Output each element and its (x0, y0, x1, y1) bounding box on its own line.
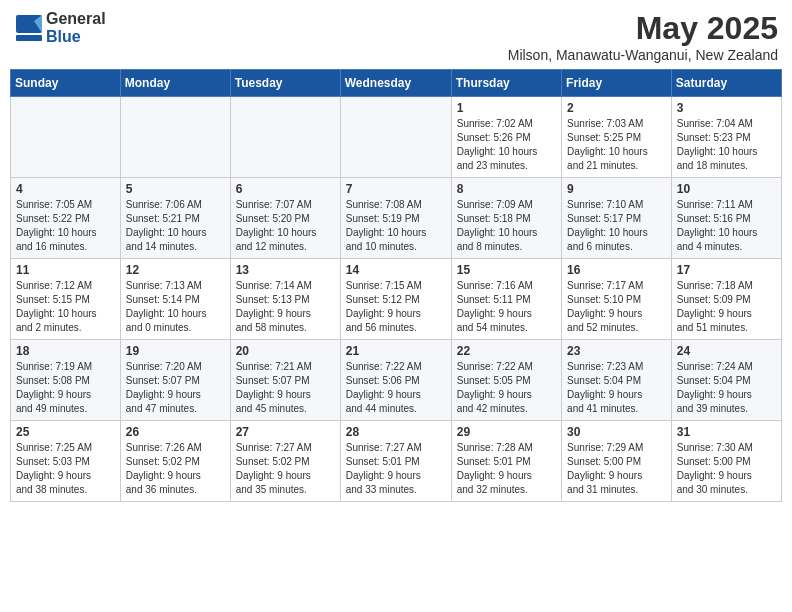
day-info: Sunrise: 7:17 AM Sunset: 5:10 PM Dayligh… (567, 279, 666, 335)
calendar-cell: 4Sunrise: 7:05 AM Sunset: 5:22 PM Daylig… (11, 178, 121, 259)
day-number: 12 (126, 263, 225, 277)
day-info: Sunrise: 7:24 AM Sunset: 5:04 PM Dayligh… (677, 360, 776, 416)
day-info: Sunrise: 7:12 AM Sunset: 5:15 PM Dayligh… (16, 279, 115, 335)
day-info: Sunrise: 7:08 AM Sunset: 5:19 PM Dayligh… (346, 198, 446, 254)
column-header-thursday: Thursday (451, 70, 561, 97)
day-info: Sunrise: 7:19 AM Sunset: 5:08 PM Dayligh… (16, 360, 115, 416)
day-number: 4 (16, 182, 115, 196)
day-info: Sunrise: 7:07 AM Sunset: 5:20 PM Dayligh… (236, 198, 335, 254)
calendar-cell: 31Sunrise: 7:30 AM Sunset: 5:00 PM Dayli… (671, 421, 781, 502)
calendar-cell: 6Sunrise: 7:07 AM Sunset: 5:20 PM Daylig… (230, 178, 340, 259)
calendar-cell: 19Sunrise: 7:20 AM Sunset: 5:07 PM Dayli… (120, 340, 230, 421)
calendar-cell: 15Sunrise: 7:16 AM Sunset: 5:11 PM Dayli… (451, 259, 561, 340)
day-number: 21 (346, 344, 446, 358)
day-info: Sunrise: 7:16 AM Sunset: 5:11 PM Dayligh… (457, 279, 556, 335)
day-info: Sunrise: 7:18 AM Sunset: 5:09 PM Dayligh… (677, 279, 776, 335)
calendar-cell (340, 97, 451, 178)
day-number: 14 (346, 263, 446, 277)
calendar-cell (11, 97, 121, 178)
calendar-cell: 8Sunrise: 7:09 AM Sunset: 5:18 PM Daylig… (451, 178, 561, 259)
day-number: 20 (236, 344, 335, 358)
day-info: Sunrise: 7:09 AM Sunset: 5:18 PM Dayligh… (457, 198, 556, 254)
day-info: Sunrise: 7:21 AM Sunset: 5:07 PM Dayligh… (236, 360, 335, 416)
calendar-cell: 21Sunrise: 7:22 AM Sunset: 5:06 PM Dayli… (340, 340, 451, 421)
day-number: 1 (457, 101, 556, 115)
day-info: Sunrise: 7:27 AM Sunset: 5:02 PM Dayligh… (236, 441, 335, 497)
calendar-cell: 20Sunrise: 7:21 AM Sunset: 5:07 PM Dayli… (230, 340, 340, 421)
calendar-cell: 26Sunrise: 7:26 AM Sunset: 5:02 PM Dayli… (120, 421, 230, 502)
calendar-cell: 25Sunrise: 7:25 AM Sunset: 5:03 PM Dayli… (11, 421, 121, 502)
location: Milson, Manawatu-Wanganui, New Zealand (508, 47, 778, 63)
day-info: Sunrise: 7:20 AM Sunset: 5:07 PM Dayligh… (126, 360, 225, 416)
day-info: Sunrise: 7:22 AM Sunset: 5:05 PM Dayligh… (457, 360, 556, 416)
calendar-cell: 30Sunrise: 7:29 AM Sunset: 5:00 PM Dayli… (562, 421, 672, 502)
calendar-cell: 17Sunrise: 7:18 AM Sunset: 5:09 PM Dayli… (671, 259, 781, 340)
day-number: 3 (677, 101, 776, 115)
column-header-friday: Friday (562, 70, 672, 97)
day-info: Sunrise: 7:23 AM Sunset: 5:04 PM Dayligh… (567, 360, 666, 416)
day-info: Sunrise: 7:05 AM Sunset: 5:22 PM Dayligh… (16, 198, 115, 254)
day-info: Sunrise: 7:04 AM Sunset: 5:23 PM Dayligh… (677, 117, 776, 173)
column-header-monday: Monday (120, 70, 230, 97)
calendar-cell: 1Sunrise: 7:02 AM Sunset: 5:26 PM Daylig… (451, 97, 561, 178)
day-info: Sunrise: 7:02 AM Sunset: 5:26 PM Dayligh… (457, 117, 556, 173)
day-number: 30 (567, 425, 666, 439)
calendar-cell: 23Sunrise: 7:23 AM Sunset: 5:04 PM Dayli… (562, 340, 672, 421)
day-number: 5 (126, 182, 225, 196)
calendar-cell: 18Sunrise: 7:19 AM Sunset: 5:08 PM Dayli… (11, 340, 121, 421)
column-header-tuesday: Tuesday (230, 70, 340, 97)
day-number: 13 (236, 263, 335, 277)
day-info: Sunrise: 7:11 AM Sunset: 5:16 PM Dayligh… (677, 198, 776, 254)
day-info: Sunrise: 7:15 AM Sunset: 5:12 PM Dayligh… (346, 279, 446, 335)
calendar-cell: 12Sunrise: 7:13 AM Sunset: 5:14 PM Dayli… (120, 259, 230, 340)
calendar-cell: 5Sunrise: 7:06 AM Sunset: 5:21 PM Daylig… (120, 178, 230, 259)
day-number: 31 (677, 425, 776, 439)
day-number: 10 (677, 182, 776, 196)
day-info: Sunrise: 7:29 AM Sunset: 5:00 PM Dayligh… (567, 441, 666, 497)
calendar-cell: 9Sunrise: 7:10 AM Sunset: 5:17 PM Daylig… (562, 178, 672, 259)
day-info: Sunrise: 7:10 AM Sunset: 5:17 PM Dayligh… (567, 198, 666, 254)
calendar-week-row: 1Sunrise: 7:02 AM Sunset: 5:26 PM Daylig… (11, 97, 782, 178)
calendar-cell (120, 97, 230, 178)
calendar-cell: 10Sunrise: 7:11 AM Sunset: 5:16 PM Dayli… (671, 178, 781, 259)
day-info: Sunrise: 7:03 AM Sunset: 5:25 PM Dayligh… (567, 117, 666, 173)
calendar-cell: 3Sunrise: 7:04 AM Sunset: 5:23 PM Daylig… (671, 97, 781, 178)
calendar-cell: 29Sunrise: 7:28 AM Sunset: 5:01 PM Dayli… (451, 421, 561, 502)
logo: General Blue (14, 10, 106, 45)
column-header-saturday: Saturday (671, 70, 781, 97)
day-number: 9 (567, 182, 666, 196)
day-info: Sunrise: 7:25 AM Sunset: 5:03 PM Dayligh… (16, 441, 115, 497)
calendar-week-row: 4Sunrise: 7:05 AM Sunset: 5:22 PM Daylig… (11, 178, 782, 259)
logo-icon (14, 13, 44, 43)
calendar-cell (230, 97, 340, 178)
day-number: 18 (16, 344, 115, 358)
svg-rect-2 (16, 35, 42, 41)
day-number: 2 (567, 101, 666, 115)
calendar-cell: 22Sunrise: 7:22 AM Sunset: 5:05 PM Dayli… (451, 340, 561, 421)
day-number: 11 (16, 263, 115, 277)
day-info: Sunrise: 7:13 AM Sunset: 5:14 PM Dayligh… (126, 279, 225, 335)
day-number: 23 (567, 344, 666, 358)
calendar-cell: 28Sunrise: 7:27 AM Sunset: 5:01 PM Dayli… (340, 421, 451, 502)
logo-blue: Blue (46, 28, 106, 46)
day-number: 26 (126, 425, 225, 439)
calendar-week-row: 18Sunrise: 7:19 AM Sunset: 5:08 PM Dayli… (11, 340, 782, 421)
header: General Blue May 2025 Milson, Manawatu-W… (10, 10, 782, 63)
day-info: Sunrise: 7:14 AM Sunset: 5:13 PM Dayligh… (236, 279, 335, 335)
calendar-cell: 2Sunrise: 7:03 AM Sunset: 5:25 PM Daylig… (562, 97, 672, 178)
month-title: May 2025 (508, 10, 778, 47)
logo-general: General (46, 10, 106, 28)
day-info: Sunrise: 7:06 AM Sunset: 5:21 PM Dayligh… (126, 198, 225, 254)
day-number: 28 (346, 425, 446, 439)
day-number: 7 (346, 182, 446, 196)
calendar-cell: 24Sunrise: 7:24 AM Sunset: 5:04 PM Dayli… (671, 340, 781, 421)
calendar-cell: 11Sunrise: 7:12 AM Sunset: 5:15 PM Dayli… (11, 259, 121, 340)
column-header-wednesday: Wednesday (340, 70, 451, 97)
day-number: 6 (236, 182, 335, 196)
calendar-cell: 27Sunrise: 7:27 AM Sunset: 5:02 PM Dayli… (230, 421, 340, 502)
day-number: 25 (16, 425, 115, 439)
day-number: 24 (677, 344, 776, 358)
day-number: 22 (457, 344, 556, 358)
calendar-cell: 13Sunrise: 7:14 AM Sunset: 5:13 PM Dayli… (230, 259, 340, 340)
day-number: 15 (457, 263, 556, 277)
